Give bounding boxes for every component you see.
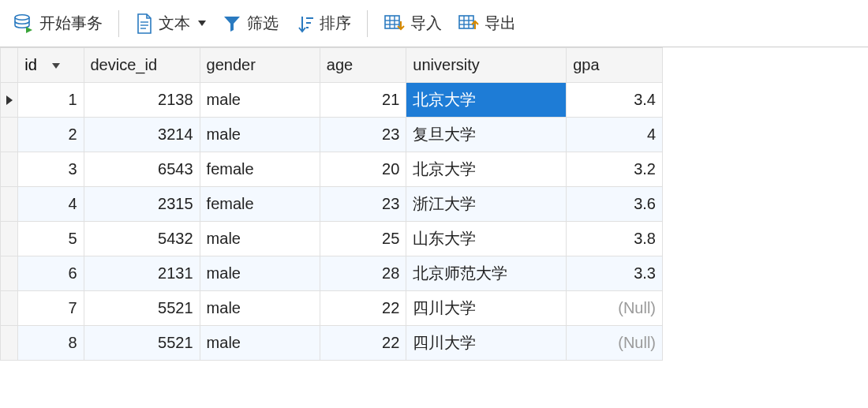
document-icon: [135, 13, 154, 35]
cell-gpa[interactable]: 3.3: [567, 256, 663, 291]
cell-id[interactable]: 3: [18, 152, 84, 187]
cell-university[interactable]: 山东大学: [406, 222, 567, 256]
cell-gender[interactable]: male: [200, 83, 320, 118]
column-header-device-id[interactable]: device_id: [84, 48, 200, 83]
cell-device-id[interactable]: 5432: [84, 222, 200, 256]
cell-gender[interactable]: male: [200, 222, 320, 256]
svg-point-0: [15, 14, 29, 19]
cell-age[interactable]: 25: [320, 222, 406, 256]
database-play-icon: [13, 13, 35, 35]
cell-university[interactable]: 复旦大学: [406, 118, 567, 152]
row-gutter[interactable]: [1, 326, 18, 361]
cell-device-id[interactable]: 5521: [84, 326, 200, 361]
table-row[interactable]: 75521male22四川大学(Null): [1, 291, 663, 326]
cell-university[interactable]: 北京师范大学: [406, 256, 567, 291]
sort-icon: [294, 13, 315, 34]
cell-id[interactable]: 2: [18, 118, 84, 152]
cell-university[interactable]: 四川大学: [406, 291, 567, 326]
table-export-icon: [458, 13, 480, 34]
cell-gpa[interactable]: 3.8: [567, 222, 663, 256]
begin-transaction-button[interactable]: 开始事务: [8, 9, 107, 38]
cell-age[interactable]: 22: [320, 291, 406, 326]
import-button[interactable]: 导入: [379, 9, 447, 37]
cell-device-id[interactable]: 2138: [84, 83, 200, 118]
cell-age[interactable]: 23: [320, 118, 406, 152]
row-gutter[interactable]: [1, 152, 18, 187]
toolbar-separator: [367, 10, 368, 37]
column-header-age[interactable]: age: [320, 48, 406, 83]
cell-gpa[interactable]: 3.2: [567, 152, 663, 187]
column-header-university[interactable]: university: [406, 48, 567, 83]
cell-gender[interactable]: male: [200, 256, 320, 291]
svg-rect-8: [385, 16, 399, 28]
row-gutter[interactable]: [1, 291, 18, 326]
cell-age[interactable]: 20: [320, 152, 406, 187]
cell-gender[interactable]: female: [200, 187, 320, 222]
sort-desc-icon: [52, 63, 60, 69]
cell-university[interactable]: 北京大学: [406, 152, 567, 187]
row-gutter[interactable]: [1, 187, 18, 222]
cell-university[interactable]: 浙江大学: [406, 187, 567, 222]
cell-gpa[interactable]: 3.6: [567, 187, 663, 222]
cell-age[interactable]: 23: [320, 187, 406, 222]
cell-id[interactable]: 8: [18, 326, 84, 361]
column-header-label: gpa: [573, 56, 599, 73]
cell-age[interactable]: 21: [320, 83, 406, 118]
import-label: 导入: [410, 13, 442, 34]
cell-id[interactable]: 6: [18, 256, 84, 291]
toolbar-separator: [118, 10, 119, 37]
cell-id[interactable]: 7: [18, 291, 84, 326]
cell-university[interactable]: 四川大学: [406, 326, 567, 361]
row-gutter[interactable]: [1, 83, 18, 118]
row-gutter[interactable]: [1, 256, 18, 291]
cell-gender[interactable]: male: [200, 326, 320, 361]
cell-gpa[interactable]: 3.4: [567, 83, 663, 118]
table-row[interactable]: 12138male21北京大学3.4: [1, 83, 663, 118]
table-import-icon: [383, 13, 406, 34]
cell-gender[interactable]: male: [200, 291, 320, 326]
cell-device-id[interactable]: 2131: [84, 256, 200, 291]
cell-gender[interactable]: female: [200, 152, 320, 187]
column-header-label: age: [327, 56, 353, 73]
table-row[interactable]: 36543female20北京大学3.2: [1, 152, 663, 187]
row-gutter[interactable]: [1, 118, 18, 152]
cell-gpa[interactable]: (Null): [567, 291, 663, 326]
table-row[interactable]: 23214male23复旦大学4: [1, 118, 663, 152]
svg-rect-13: [459, 16, 473, 28]
cell-device-id[interactable]: 2315: [84, 187, 200, 222]
table-row[interactable]: 62131male28北京师范大学3.3: [1, 256, 663, 291]
column-header-id[interactable]: id: [18, 48, 84, 83]
data-table: id device_id gender age university gpa 1…: [0, 47, 663, 361]
table-row[interactable]: 85521male22四川大学(Null): [1, 326, 663, 361]
cell-device-id[interactable]: 3214: [84, 118, 200, 152]
column-header-gpa[interactable]: gpa: [567, 48, 663, 83]
text-label: 文本: [159, 13, 190, 34]
sort-label: 排序: [320, 13, 351, 34]
cell-gender[interactable]: male: [200, 118, 320, 152]
cell-age[interactable]: 28: [320, 256, 406, 291]
table-row[interactable]: 42315female23浙江大学3.6: [1, 187, 663, 222]
chevron-down-icon: [198, 21, 206, 26]
cell-gpa[interactable]: 4: [567, 118, 663, 152]
current-row-icon: [6, 95, 13, 106]
column-header-gender[interactable]: gender: [200, 48, 320, 83]
column-header-label: id: [24, 56, 37, 73]
cell-university[interactable]: 北京大学: [406, 83, 567, 118]
table-row[interactable]: 55432male25山东大学3.8: [1, 222, 663, 256]
cell-age[interactable]: 22: [320, 326, 406, 361]
cell-id[interactable]: 1: [18, 83, 84, 118]
export-button[interactable]: 导出: [453, 9, 521, 37]
text-button[interactable]: 文本: [130, 9, 211, 38]
filter-label: 筛选: [247, 13, 279, 34]
cell-device-id[interactable]: 5521: [84, 291, 200, 326]
column-header-label: university: [413, 56, 479, 73]
filter-button[interactable]: 筛选: [217, 9, 283, 37]
row-gutter[interactable]: [1, 222, 18, 256]
column-header-label: gender: [207, 56, 256, 73]
cell-device-id[interactable]: 6543: [84, 152, 200, 187]
cell-id[interactable]: 5: [18, 222, 84, 256]
cell-gpa[interactable]: (Null): [567, 326, 663, 361]
cell-id[interactable]: 4: [18, 187, 84, 222]
sort-button[interactable]: 排序: [290, 9, 356, 37]
table-header-row: id device_id gender age university gpa: [1, 48, 663, 83]
